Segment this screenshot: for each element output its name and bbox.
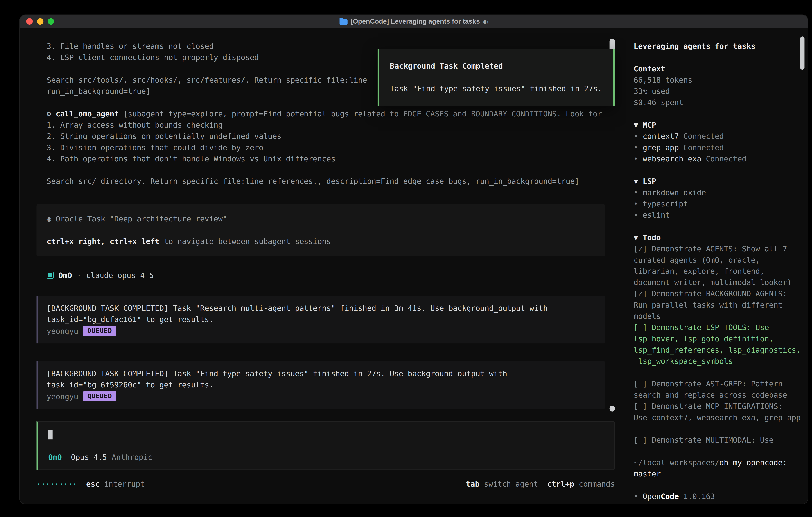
message-text: [BACKGROUND TASK COMPLETED] Task "Find t… <box>47 368 597 379</box>
ctrlp-key-hint: ctrl+p <box>547 480 574 488</box>
bullet-icon: • <box>634 188 643 197</box>
mcp-item: • grep_app Connected <box>634 142 801 153</box>
todo-item: [ ] Demonstrate LSP TOOLS: Use lsp_hover… <box>634 322 808 367</box>
terminal-line: 4. Path operations that don't handle Win… <box>47 153 615 165</box>
queued-badge: QUEUED <box>83 326 116 336</box>
spinner-dots: ········· <box>36 480 77 488</box>
toast-title: Background Task Completed <box>390 61 603 72</box>
lsp-item: • markdown-oxide <box>634 187 801 198</box>
traffic-lights <box>26 15 54 28</box>
terminal-line: 3. Division operations that could divide… <box>47 142 615 153</box>
oracle-task-title: ◉ Oracle Task "Deep architecture review" <box>47 213 595 224</box>
agent-header: OmO · claude-opus-4-5 <box>47 270 615 281</box>
mcp-section-header[interactable]: ▼ MCP <box>634 119 801 131</box>
oracle-task-panel: ◉ Oracle Task "Deep architecture review"… <box>36 204 605 256</box>
tool-call-line: ⚙ call_omo_agent [subagent_type=explore,… <box>47 108 615 119</box>
text-cursor <box>48 430 52 440</box>
workspace-path: ~/local-workspaces/oh-my-opencode: <box>634 457 801 468</box>
input-model-name: Opus 4.5 <box>71 452 107 463</box>
bullet-icon: • <box>634 199 643 208</box>
lsp-section-header[interactable]: ▼ LSP <box>634 176 801 187</box>
fisheye-icon: ◉ <box>47 214 51 223</box>
version-number: 1.0.163 <box>679 492 715 500</box>
agent-model: claude-opus-4-5 <box>86 271 154 279</box>
input-footer: OmO Opus 4.5 Anthropic <box>48 452 604 463</box>
input-agent-name: OmO <box>48 452 62 463</box>
bullet-icon: • <box>634 211 643 219</box>
mcp-status: Connected <box>679 143 724 152</box>
prompt-input[interactable]: OmO Opus 4.5 Anthropic <box>36 421 615 470</box>
agent-checkbox-icon <box>47 272 54 279</box>
tool-call-args: [subagent_type=explore, prompt=Find pote… <box>119 109 602 118</box>
bullet-icon: • <box>634 132 643 140</box>
lsp-item: • typescript <box>634 198 801 210</box>
zoom-window-button[interactable] <box>48 18 54 25</box>
status-bar: ········· esc interrupt tab switch agent… <box>36 478 615 489</box>
terminal-window: [OpenCode] Leveraging agents for tasks ◐… <box>20 15 808 504</box>
terminal-line: 2. String operations on potentially unde… <box>47 131 615 142</box>
session-sidebar: Leveraging agents for tasks Context 66,5… <box>626 28 808 504</box>
queued-badge: QUEUED <box>83 391 116 402</box>
context-heading: Context <box>634 63 801 74</box>
lsp-item: • eslint <box>634 210 801 221</box>
context-used: 33% used <box>634 86 801 97</box>
window-title-text: [OpenCode] Leveraging agents for tasks <box>351 18 480 25</box>
mcp-item: • websearch_exa Connected <box>634 153 801 165</box>
window-titlebar: [OpenCode] Leveraging agents for tasks ◐ <box>20 15 808 28</box>
mcp-status: Connected <box>701 154 747 163</box>
close-window-button[interactable] <box>26 18 33 25</box>
conversation-pane: 3. File handles or streams not closed 4.… <box>20 28 626 504</box>
workspace-branch: master <box>634 468 801 480</box>
todo-item: [ ] Demonstrate MULTIMODAL: Use <box>634 435 808 446</box>
mcp-status: Connected <box>679 132 724 140</box>
message-author: yeongyu <box>47 327 78 335</box>
esc-key-hint: esc <box>86 480 100 488</box>
message-block: [BACKGROUND TASK COMPLETED] Task "Find t… <box>36 361 605 409</box>
gear-icon: ⚙ <box>47 109 51 118</box>
todo-item: [✓] Demonstrate BACKGROUND AGENTS: Run p… <box>634 288 808 322</box>
terminal-line: 1. Array access without bounds checking <box>47 119 615 131</box>
session-title: Leveraging agents for tasks <box>634 41 801 52</box>
shortcut-keys: ctrl+x right, ctrl+x left <box>47 237 160 245</box>
mcp-item: • context7 Connected <box>634 131 801 142</box>
message-block: [BACKGROUND TASK COMPLETED] Task "Resear… <box>36 296 605 344</box>
main-scrollbar-thumb[interactable] <box>610 406 615 411</box>
bullet-icon: • <box>634 143 643 152</box>
window-title: [OpenCode] Leveraging agents for tasks ◐ <box>340 18 488 25</box>
folder-icon <box>340 19 347 25</box>
oracle-shortcut-hint: ctrl+x right, ctrl+x left to navigate be… <box>47 236 595 247</box>
agent-name: OmO <box>58 271 72 279</box>
message-text: [BACKGROUND TASK COMPLETED] Task "Resear… <box>47 303 597 314</box>
minimize-window-button[interactable] <box>37 18 44 25</box>
message-text: task_id="bg_dcfac161" to get results. <box>47 314 597 325</box>
half-moon-icon: ◐ <box>483 18 488 25</box>
notification-toast[interactable]: Background Task Completed Task "Find typ… <box>378 49 615 106</box>
input-provider-name: Anthropic <box>112 452 152 463</box>
chevron-down-icon: ▼ <box>634 177 643 186</box>
sidebar-scrollbar-thumb[interactable] <box>800 36 804 70</box>
todo-section-header[interactable]: ▼ Todo <box>634 232 801 243</box>
message-text: task_id="bg_6f59260c" to get results. <box>47 379 597 391</box>
tab-key-hint: tab <box>466 480 480 488</box>
todo-item: [ ] Demonstrate AST-GREP: Pattern search… <box>634 378 808 401</box>
todo-item: [ ] Demonstrate MCP INTEGRATIONS: Use co… <box>634 401 808 424</box>
terminal-line: Search src/ directory. Return specific f… <box>47 176 615 187</box>
bullet-icon: • <box>634 492 643 500</box>
bullet-icon: • <box>634 154 643 163</box>
terminal-line <box>47 165 615 176</box>
chevron-down-icon: ▼ <box>634 120 643 129</box>
desktop: [OpenCode] Leveraging agents for tasks ◐… <box>0 0 812 517</box>
tool-call-name: call_omo_agent <box>56 109 119 118</box>
toast-body: Task "Find type safety issues" finished … <box>390 83 603 94</box>
message-author: yeongyu <box>47 392 78 401</box>
context-tokens: 66,518 tokens <box>634 75 801 86</box>
version-line: • OpenCode 1.0.163 <box>634 491 801 502</box>
chevron-down-icon: ▼ <box>634 233 643 242</box>
todo-item: [✓] Demonstrate AGENTS: Show all 7 curat… <box>634 243 808 288</box>
context-spent: $0.46 spent <box>634 97 801 108</box>
